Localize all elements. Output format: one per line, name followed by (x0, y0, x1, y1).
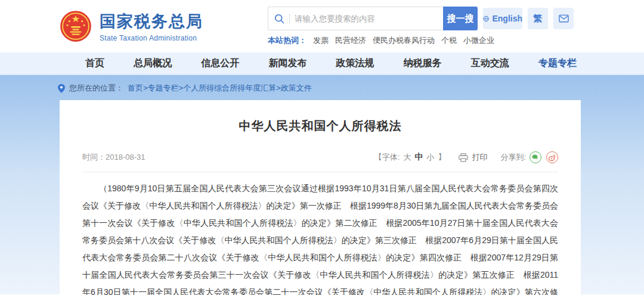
search-box (268, 7, 443, 30)
traditional-chinese-button[interactable]: 繁 (528, 8, 548, 29)
nav-item-tax-services[interactable]: 纳税服务 (404, 57, 442, 70)
nav-item-information-disclosure[interactable]: 信息公开 (201, 57, 239, 70)
nav-item-interaction[interactable]: 互动交流 (471, 57, 509, 70)
breadcrumb-label: 您所在的位置： (69, 83, 123, 94)
meta-divider (82, 172, 558, 172)
hotword-spring-breeze-action[interactable]: 便民办税春风行动 (373, 35, 435, 46)
content-background: 您所在的位置： 首页>专题专栏>个人所得综合所得年度汇算>政策文件 中华人民共和… (0, 75, 644, 294)
site-brand[interactable]: 国家税务总局 State Taxation Administration (60, 10, 203, 42)
search-icon (274, 14, 284, 24)
font-size-large-button[interactable]: 大 (403, 152, 411, 163)
printer-icon (459, 153, 468, 162)
article-meta-row: 时间：2018-08-31 【字体: 大 中 小 】 打印 (82, 151, 558, 163)
site-subtitle: State Taxation Administration (100, 34, 203, 42)
search-button[interactable]: 搜一搜 (443, 7, 478, 30)
date-value: 2018-08-31 (106, 153, 145, 162)
search-row: 搜一搜 English 繁 (268, 7, 574, 30)
print-button[interactable]: 打印 (472, 152, 487, 163)
breadcrumb-path[interactable]: 首页>专题专栏>个人所得综合所得年度汇算>政策文件 (128, 83, 312, 94)
national-emblem-logo (60, 10, 92, 42)
share-weibo-icon[interactable] (546, 151, 558, 163)
article-tools: 【字体: 大 中 小 】 打印 分享到: (374, 151, 558, 163)
envelope-icon (559, 14, 569, 23)
hotword-private-economy[interactable]: 民营经济 (335, 35, 366, 46)
hotwords-label: 本站热词： (268, 35, 306, 46)
globe-icon (483, 14, 489, 23)
search-divider (289, 14, 290, 24)
main-nav: 首页 总局概况 信息公开 新闻发布 政策法规 纳税服务 互动交流 专题专栏 (0, 52, 644, 75)
hotword-personal-tax[interactable]: 个税 (441, 35, 457, 46)
nav-item-administration-overview[interactable]: 总局概况 (134, 57, 172, 70)
font-size-medium-button[interactable]: 中 (414, 152, 423, 163)
font-size-suffix: 】 (438, 152, 445, 163)
article-title: 中华人民共和国个人所得税法 (82, 118, 558, 134)
font-size-prefix: 【字体: (374, 152, 400, 163)
brand-text: 国家税务总局 State Taxation Administration (100, 11, 203, 42)
date-label: 时间： (82, 153, 106, 162)
breadcrumb: 您所在的位置： 首页>专题专栏>个人所得综合所得年度汇算>政策文件 (58, 81, 644, 95)
share-label: 分享到: (500, 152, 526, 163)
search-input[interactable] (295, 14, 437, 23)
font-size-small-button[interactable]: 小 (426, 152, 434, 163)
hotword-invoice[interactable]: 发票 (313, 35, 329, 46)
site-title: 国家税务总局 (100, 11, 203, 32)
header: 国家税务总局 State Taxation Administration 搜一搜 (0, 0, 644, 52)
publish-date: 时间：2018-08-31 (82, 152, 145, 163)
article-body: （1980年9月10日第五届全国人民代表大会第三次会议通过根据1993年10月3… (82, 180, 558, 295)
nav-item-policies-regulations[interactable]: 政策法规 (336, 57, 374, 70)
share-wechat-icon[interactable] (530, 151, 541, 163)
hotword-small-micro-enterprise[interactable]: 小微企业 (463, 35, 494, 46)
nav-item-home[interactable]: 首页 (85, 57, 104, 70)
page: 国家税务总局 State Taxation Administration 搜一搜 (0, 0, 644, 294)
mail-button[interactable] (553, 8, 574, 29)
search-area: 搜一搜 English 繁 (268, 7, 574, 46)
article-card: 中华人民共和国个人所得税法 时间：2018-08-31 【字体: 大 中 小 】 (60, 100, 581, 295)
nav-item-news-release[interactable]: 新闻发布 (268, 57, 306, 70)
location-pin-icon (58, 84, 65, 93)
nav-item-special-topics[interactable]: 专题专栏 (538, 57, 577, 70)
hotwords-row: 本站热词： 发票 民营经济 便民办税春风行动 个税 小微企业 (268, 35, 574, 46)
english-label: English (492, 14, 522, 23)
english-button[interactable]: English (483, 8, 522, 29)
